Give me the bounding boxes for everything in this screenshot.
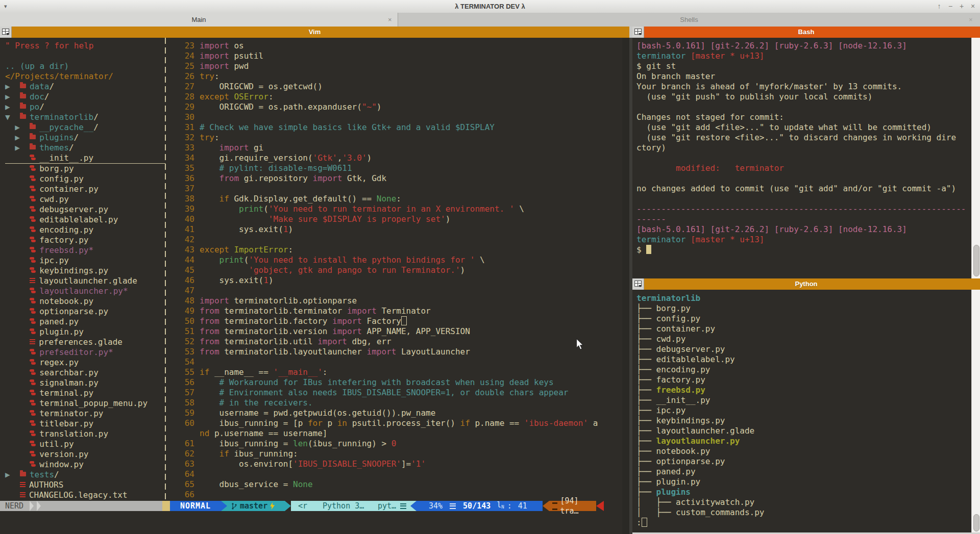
- text-run: ORIGCWD = os.getcwd(): [200, 82, 323, 91]
- text-run: Changes not staged for commit:: [636, 112, 784, 122]
- text-run: psutil.process_iter(): [347, 418, 460, 428]
- pane-splitter[interactable]: [629, 38, 632, 534]
- vim-group-icon[interactable]: [0, 27, 12, 38]
- nerdtree-item[interactable]: container.py: [5, 184, 165, 194]
- close-button[interactable]: ×: [968, 0, 978, 13]
- nerdtree-item[interactable]: config.py: [5, 174, 165, 184]
- text-run: [5, 174, 30, 184]
- nerdtree-item[interactable]: ▼ terminatorlib/: [5, 112, 165, 122]
- text-run: except: [200, 92, 234, 101]
- nerdtree-item[interactable]: regex.py: [5, 358, 165, 368]
- text-run: window.py: [39, 460, 84, 469]
- text-run: try: [200, 71, 214, 81]
- tab-main[interactable]: Main ×: [0, 13, 398, 27]
- nerdtree-item[interactable]: titlebar.py: [5, 419, 165, 429]
- bash-scrollbar-handle[interactable]: [973, 245, 979, 276]
- line-position: 50/143: [463, 501, 491, 511]
- bash-group-icon[interactable]: [632, 27, 644, 38]
- terminal-line: ├── paned.py: [636, 467, 764, 477]
- nerdtree-item[interactable]: window.py: [5, 460, 165, 470]
- code-line: 58 # in the receivers.: [170, 398, 598, 408]
- restore-button[interactable]: ↑: [934, 0, 944, 13]
- text-run: no changes added to commit (use "git add…: [636, 184, 956, 193]
- nerdtree-item[interactable]: layoutlauncher.glade: [5, 276, 165, 286]
- python-scrollbar[interactable]: [971, 290, 980, 532]
- nerdtree-item[interactable]: prefseditor.py*: [5, 347, 165, 358]
- tab-shells[interactable]: Shells ×: [398, 13, 980, 27]
- nerdtree-item[interactable]: ▶ plugins/: [5, 133, 165, 143]
- py-icon: [30, 390, 36, 396]
- python-pane-titlebar[interactable]: Python: [632, 278, 980, 290]
- terminal-line: ├── plugins: [636, 487, 764, 497]
- nerdtree-item[interactable]: ▶ doc/: [5, 92, 165, 102]
- nerdtree-item[interactable]: ipc.py: [5, 256, 165, 266]
- nerdtree-item[interactable]: factory.py: [5, 235, 165, 245]
- glade-icon: [20, 492, 26, 497]
- nerdtree-item[interactable]: ▶ themes/: [5, 143, 165, 153]
- nerdtree-item[interactable]: paned.py: [5, 317, 165, 327]
- nerdtree-item[interactable]: signalman.py: [5, 378, 165, 388]
- nerdtree-item[interactable]: keybindings.py: [5, 266, 165, 276]
- bash-scrollbar[interactable]: [971, 38, 980, 278]
- nerdtree-item[interactable]: preferences.glade: [5, 337, 165, 347]
- nerdtree-item[interactable]: editablelabel.py: [5, 215, 165, 225]
- nerdtree-item[interactable]: debugserver.py: [5, 205, 165, 215]
- window-titlebar[interactable]: ▾ λ TERMINATOR DEV λ ↑ − + ×: [0, 0, 980, 13]
- nerdtree-item[interactable]: .. (up a dir): [5, 61, 165, 71]
- tab-main-close-icon[interactable]: ×: [388, 13, 392, 27]
- nerdtree-item[interactable]: ▶ __pycache__/: [5, 122, 165, 133]
- nerdtree-item[interactable]: notebook.py: [5, 296, 165, 307]
- vim-scrollbar[interactable]: [622, 38, 629, 534]
- text-run: $ git st: [636, 61, 676, 71]
- nerdtree-item[interactable]: optionparse.py: [5, 307, 165, 317]
- nerdtree-item[interactable]: terminal.py: [5, 388, 165, 398]
- bash-pane-titlebar[interactable]: Bash: [632, 27, 980, 38]
- nerdtree-item[interactable]: translation.py: [5, 429, 165, 439]
- pane-splitter[interactable]: [629, 27, 632, 38]
- terminator-window: ▾ λ TERMINATOR DEV λ ↑ − + × Main × Shel…: [0, 0, 980, 534]
- code-line: 55if __name__ == '__main__':: [170, 367, 598, 377]
- terminal-line: ctory): [636, 143, 966, 153]
- text-run: [200, 143, 219, 152]
- py-icon: [30, 318, 36, 324]
- nerdtree-item[interactable]: cwd.py: [5, 194, 165, 205]
- nerdtree-item[interactable]: encoding.py: [5, 225, 165, 235]
- nerdtree-item[interactable]: ▶ po/: [5, 102, 165, 112]
- nerdtree-item[interactable]: layoutlauncher.py*: [5, 286, 165, 296]
- nerdtree-item[interactable]: freebsd.py*: [5, 245, 165, 256]
- nerdtree-item[interactable]: [5, 51, 165, 61]
- nerdtree-item[interactable]: util.py: [5, 439, 165, 449]
- nerdtree-item[interactable]: CHANGELOG.legacy.txt: [5, 490, 165, 500]
- line-number: 61: [170, 439, 194, 449]
- nerdtree-item[interactable]: version.py: [5, 449, 165, 460]
- text-run: ): [446, 214, 451, 224]
- text-run: " Press ? for help: [5, 41, 93, 50]
- vim-window-separator[interactable]: [165, 38, 166, 501]
- text-run: import: [332, 326, 362, 336]
- text-run: import: [200, 296, 229, 306]
- line-number: 40: [170, 214, 194, 224]
- vim-code-buffer[interactable]: 23import os24import psutil25import pwd26…: [170, 41, 598, 500]
- nerdtree-item[interactable]: </Projects/terminator/: [5, 71, 165, 82]
- python-group-icon[interactable]: [632, 278, 644, 290]
- python-scrollbar-handle[interactable]: [973, 514, 979, 531]
- nerdtree-item[interactable]: ▶ data/: [5, 82, 165, 92]
- folder-icon: [30, 135, 36, 139]
- nerdtree-item[interactable]: terminator.py: [5, 409, 165, 419]
- nerdtree-item[interactable]: ▶ tests/: [5, 470, 165, 480]
- vim-pane-titlebar[interactable]: Vim: [0, 27, 629, 38]
- nerdtree-item[interactable]: searchbar.py: [5, 368, 165, 378]
- nerdtree-item[interactable]: " Press ? for help: [5, 41, 165, 51]
- nerdtree-item[interactable]: plugin.py: [5, 327, 165, 337]
- nerdtree-item[interactable]: AUTHORS: [5, 480, 165, 490]
- nerdtree-item[interactable]: terminal_popup_menu.py: [5, 398, 165, 409]
- py-icon: [30, 186, 36, 192]
- line-number: 64: [170, 469, 194, 479]
- chevron-down-icon: [639, 285, 642, 287]
- nerdtree-item[interactable]: borg.py: [5, 164, 165, 174]
- tab-shells-close-icon[interactable]: ×: [969, 13, 973, 27]
- nerdtree-item[interactable]: __init__.py: [5, 153, 165, 164]
- text-run: [bash-5.0.161] [git-2.26.2] [ruby-2.6.3]…: [636, 41, 907, 50]
- maximize-button[interactable]: +: [957, 0, 967, 13]
- minimize-button[interactable]: −: [945, 0, 955, 13]
